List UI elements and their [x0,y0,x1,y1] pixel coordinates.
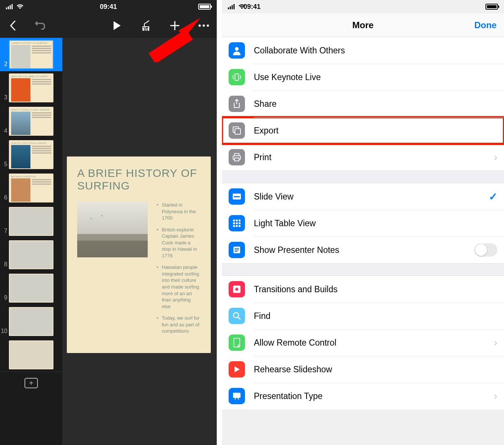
thumbnail-5[interactable]: 5 HOW DO YOU CATCH A WAVE? [0,138,62,171]
svg-rect-0 [6,7,7,9]
svg-rect-14 [235,74,239,80]
svg-rect-27 [239,222,240,224]
slide-title: A BRIEF HISTORY OF SURFING [77,167,200,192]
svg-rect-19 [235,158,239,161]
thumbnail-10[interactable]: 10 [0,305,62,338]
menu-keynote-live[interactable]: Use Keynote Live [222,64,504,90]
search-icon [229,308,245,324]
menu-share[interactable]: Share [222,90,504,117]
slide-thumbnails[interactable]: 2 A BRIEF HISTORY OF SURFING 3 WHAT DO Y… [0,38,62,445]
transitions-icon [229,281,245,297]
signal-icon [228,4,236,9]
add-slide-button[interactable]: + [24,378,38,388]
thumbnail-3[interactable]: 3 WHAT DO YOU NEED TO SURF? [0,71,62,105]
svg-point-13 [235,47,239,51]
notes-icon [229,242,245,258]
back-button[interactable] [7,19,19,32]
svg-rect-11 [232,5,233,9]
presenter-notes-toggle[interactable] [474,243,497,257]
svg-rect-23 [236,220,238,221]
broadcast-icon [229,69,245,85]
svg-rect-25 [233,222,235,224]
thumbnail-7[interactable]: 7 [0,205,62,238]
more-menu[interactable]: Collaborate With Others Use Keynote Live… [222,37,504,445]
add-button[interactable] [168,19,181,32]
chevron-right-icon: › [494,390,497,402]
thumbnail-partial[interactable] [0,338,62,372]
menu-presenter-notes[interactable]: Show Presenter Notes [222,237,504,263]
more-button[interactable] [197,19,210,32]
wifi-icon [16,4,24,9]
nav-title: More [352,20,373,30]
thumbnail-6[interactable]: 6 BETHANY HAMILTON [0,171,62,205]
status-bar: 09:41 [222,0,504,13]
grid-icon [229,215,245,231]
svg-rect-30 [239,225,240,227]
nav-bar: More Done [222,13,504,37]
svg-rect-2 [10,5,11,9]
menu-rehearse[interactable]: Rehearse Slideshow [222,356,504,383]
presentation-icon [229,388,245,404]
menu-remote[interactable]: Allow Remote Control › [222,329,504,356]
export-icon [229,122,245,139]
format-brush-button[interactable] [140,19,152,32]
menu-slide-view[interactable]: Slide View ✓ [222,183,504,210]
chevron-right-icon: › [494,151,497,163]
menu-print[interactable]: Print › [222,144,504,171]
svg-rect-33 [235,250,239,250]
done-button[interactable]: Done [474,20,497,30]
add-slide-footer: + [0,372,62,394]
person-icon [229,42,245,59]
svg-rect-1 [8,6,9,9]
svg-rect-24 [239,220,240,221]
svg-rect-3 [12,4,13,9]
more-menu-screen: 09:41 More Done Collaborate With Others … [217,0,504,445]
signal-icon [6,4,14,9]
menu-export[interactable]: Export [222,117,504,144]
editor-body: 2 A BRIEF HISTORY OF SURFING 3 WHAT DO Y… [0,38,217,445]
svg-point-6 [207,24,209,27]
svg-rect-10 [230,6,231,9]
slide-canvas[interactable]: A BRIEF HISTORY OF SURFING Started in Po… [62,38,217,445]
slide-image [77,202,148,257]
remote-icon [229,334,245,351]
menu-transitions[interactable]: Transitions and Builds [222,276,504,303]
svg-rect-9 [228,7,229,9]
thumbnail-2[interactable]: 2 A BRIEF HISTORY OF SURFING [0,38,62,71]
slide-bullets: Started in Polynesia in the 1700 British… [157,202,200,340]
svg-rect-12 [233,4,235,9]
thumbnail-8[interactable]: 8 [0,238,62,271]
svg-rect-29 [236,225,238,227]
wifi-icon [238,4,246,9]
menu-collaborate[interactable]: Collaborate With Others [222,37,504,64]
battery-icon [485,4,498,10]
thumbnail-4[interactable]: 4 WHAT IT TAKES TO BE A SURFER [0,105,62,138]
svg-point-4 [199,24,201,27]
menu-light-table[interactable]: Light Table View [222,210,504,237]
print-icon [229,149,245,165]
play-button[interactable] [111,19,123,32]
play-icon [229,361,245,378]
current-slide[interactable]: A BRIEF HISTORY OF SURFING Started in Po… [67,156,211,353]
battery-icon [198,4,211,10]
menu-find[interactable]: Find [222,303,504,329]
svg-rect-34 [235,251,238,252]
slide-view-icon [229,188,245,205]
svg-rect-32 [235,248,239,249]
editor-toolbar [0,13,217,38]
menu-presentation-type[interactable]: Presentation Type › [222,383,504,409]
svg-point-5 [203,24,205,27]
svg-rect-28 [233,225,235,227]
svg-rect-26 [236,222,238,224]
keynote-editor-screen: 09:41 [0,0,217,445]
svg-rect-16 [235,129,240,134]
svg-rect-22 [233,220,235,221]
undo-button[interactable] [34,19,47,32]
share-icon [229,96,245,112]
svg-rect-21 [234,196,240,197]
checkmark-icon: ✓ [489,191,497,203]
svg-rect-39 [233,393,240,398]
thumbnail-9[interactable]: 9 [0,271,62,305]
chevron-right-icon: › [494,337,497,349]
status-time: 09:41 [0,3,504,11]
